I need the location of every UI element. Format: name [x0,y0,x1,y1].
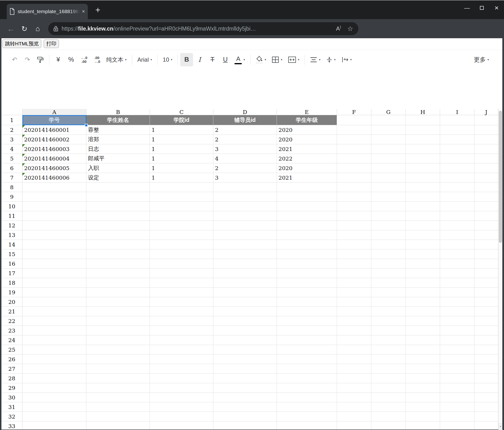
grid-cell-J13[interactable] [474,230,498,240]
address-bar[interactable]: https://file.kkview.cn/onlinePreview?url… [48,22,359,35]
spreadsheet-grid[interactable]: ABCDEFGHIJ1学号学生姓名学院id辅导员id学生年级2202014146… [1,109,498,430]
grid-cell-B5[interactable]: 郎咸平 [86,154,150,163]
grid-cell-I4[interactable] [440,144,474,154]
grid-cell-I12[interactable] [440,221,474,230]
grid-cell-E21[interactable] [277,307,337,316]
grid-cell-B28[interactable] [86,374,150,383]
grid-cell-F33[interactable] [337,421,371,430]
grid-cell-D6[interactable]: 2 [213,163,277,173]
grid-cell-C23[interactable] [150,326,213,335]
grid-cell-I1[interactable] [440,115,474,125]
grid-cell-H19[interactable] [406,288,440,297]
grid-cell-B17[interactable] [86,269,150,278]
grid-cell-I33[interactable] [440,421,474,430]
grid-cell-F25[interactable] [337,345,371,355]
grid-cell-B22[interactable] [86,316,150,326]
grid-cell-J20[interactable] [474,297,498,307]
grid-cell-D10[interactable] [213,202,277,211]
grid-cell-D5[interactable]: 4 [213,154,277,163]
grid-cell-A17[interactable] [22,269,86,278]
grid-cell-A15[interactable] [22,249,86,259]
text-overflow-button[interactable]: ▾ [339,53,355,66]
grid-cell-B31[interactable] [86,402,150,412]
grid-cell-H14[interactable] [406,240,440,249]
grid-cell-G20[interactable] [371,297,406,307]
grid-cell-F26[interactable] [337,355,371,364]
grid-cell-B20[interactable] [86,297,150,307]
grid-cell-C15[interactable] [150,249,213,259]
grid-cell-A4[interactable]: 2020141460003 [22,144,86,154]
grid-cell-G27[interactable] [371,364,406,374]
minimize-button[interactable]: — [460,0,474,15]
grid-cell-F9[interactable] [337,192,371,202]
grid-cell-C12[interactable] [150,221,213,230]
grid-cell-A9[interactable] [22,192,86,202]
grid-cell-I21[interactable] [440,307,474,316]
grid-cell-J30[interactable] [474,393,498,402]
grid-cell-G25[interactable] [371,345,406,355]
grid-cell-H22[interactable] [406,316,440,326]
grid-cell-I27[interactable] [440,364,474,374]
grid-cell-A13[interactable] [22,230,86,240]
grid-cell-E27[interactable] [277,364,337,374]
grid-cell-B12[interactable] [86,221,150,230]
grid-cell-F6[interactable] [337,163,371,173]
grid-cell-A24[interactable] [22,335,86,345]
redo-button[interactable]: ↷ [21,53,34,66]
grid-cell-G29[interactable] [371,383,406,393]
grid-cell-A6[interactable]: 2020141460005 [22,163,86,173]
row-header-10[interactable]: 10 [1,202,22,211]
grid-cell-J3[interactable] [474,135,498,144]
grid-cell-C17[interactable] [150,269,213,278]
grid-cell-A26[interactable] [22,355,86,364]
column-header-D[interactable]: D [213,109,277,115]
grid-cell-H3[interactable] [406,135,440,144]
grid-cell-B16[interactable] [86,259,150,269]
grid-cell-J24[interactable] [474,335,498,345]
grid-cell-C6[interactable]: 1 [150,163,213,173]
grid-cell-E15[interactable] [277,249,337,259]
column-header-F[interactable]: F [337,109,371,115]
grid-cell-H31[interactable] [406,402,440,412]
grid-cell-D16[interactable] [213,259,277,269]
grid-cell-C18[interactable] [150,278,213,288]
merge-cells-button[interactable]: ▾ [285,53,302,66]
row-header-4[interactable]: 4 [1,144,22,154]
fill-handle[interactable] [85,124,88,127]
row-header-2[interactable]: 2 [1,125,22,135]
grid-cell-H26[interactable] [406,355,440,364]
column-header-C[interactable]: C [150,109,213,115]
grid-cell-I6[interactable] [440,163,474,173]
grid-cell-C9[interactable] [150,192,213,202]
grid-cell-E4[interactable]: 2021 [277,144,337,154]
currency-format-button[interactable]: ¥ [52,53,65,66]
grid-cell-C29[interactable] [150,383,213,393]
grid-cell-E1[interactable]: 学生年级 [277,115,337,125]
grid-cell-G13[interactable] [371,230,406,240]
grid-cell-I31[interactable] [440,402,474,412]
row-header-15[interactable]: 15 [1,249,22,259]
number-format-dropdown[interactable]: 纯文本▾ [103,53,130,66]
grid-cell-A7[interactable]: 2020141460006 [22,173,86,183]
grid-cell-E19[interactable] [277,288,337,297]
grid-cell-D21[interactable] [213,307,277,316]
grid-cell-E3[interactable]: 2020 [277,135,337,144]
grid-cell-D27[interactable] [213,364,277,374]
grid-cell-H6[interactable] [406,163,440,173]
grid-cell-I10[interactable] [440,202,474,211]
grid-cell-G17[interactable] [371,269,406,278]
grid-cell-F2[interactable] [337,125,371,135]
grid-cell-H24[interactable] [406,335,440,345]
grid-cell-A28[interactable] [22,374,86,383]
grid-cell-B25[interactable] [86,345,150,355]
grid-cell-F29[interactable] [337,383,371,393]
row-header-6[interactable]: 6 [1,163,22,173]
grid-cell-F21[interactable] [337,307,371,316]
grid-cell-C27[interactable] [150,364,213,374]
row-header-26[interactable]: 26 [1,355,22,364]
new-tab-button[interactable]: + [93,5,103,15]
grid-cell-E33[interactable] [277,421,337,430]
grid-cell-H10[interactable] [406,202,440,211]
vertical-scrollbar-thumb[interactable] [499,111,502,243]
grid-cell-E26[interactable] [277,355,337,364]
